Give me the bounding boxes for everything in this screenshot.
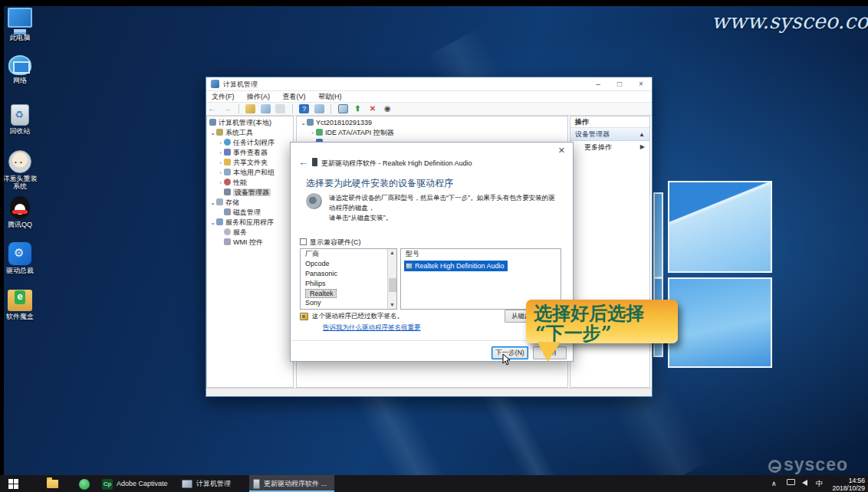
desktop-icon-software-magic-box[interactable]: 软件魔盒 [0, 290, 40, 320]
maximize-button[interactable]: □ [609, 77, 630, 91]
shared-folders-icon [224, 159, 231, 166]
chevron-down-icon[interactable] [209, 128, 216, 138]
update-driver-task-icon [253, 479, 260, 489]
window-title: 计算机管理 [223, 80, 258, 90]
scroll-down-icon[interactable]: ▼ [388, 301, 396, 309]
tree-item-services-applications[interactable]: 服务和应用程序 [207, 218, 293, 228]
menu-view[interactable]: 查看(V) [278, 91, 311, 103]
chevron-right-icon[interactable] [217, 168, 224, 178]
tree-item-shared-folders[interactable]: 共享文件夹 [207, 158, 293, 168]
chevron-right-icon[interactable] [217, 138, 224, 148]
scan-hardware-changes-icon[interactable]: ◉ [383, 104, 393, 113]
model-item-selected[interactable]: Realtek High Definition Audio [404, 261, 561, 271]
desktop-icon-label: 腾讯QQ [0, 221, 40, 228]
vendor-item-selected[interactable]: Realtek [305, 289, 337, 298]
tree-item-local-users-groups[interactable]: 本地用户和组 [207, 168, 293, 178]
show-compatible-checkbox[interactable]: 显示兼容硬件(C) [300, 238, 361, 248]
window-list-icon[interactable] [314, 104, 324, 113]
taskbar-browser[interactable] [75, 475, 94, 492]
chevron-down-icon[interactable] [209, 218, 216, 228]
actions-more-actions[interactable]: 更多操作▶ [570, 141, 649, 153]
onion-reinstall-icon [8, 150, 31, 173]
console-window-icon[interactable] [261, 104, 271, 113]
desktop-icon-network[interactable]: 网络 [0, 55, 40, 84]
taskbar-computer-management[interactable]: 计算机管理 [178, 475, 231, 492]
desktop-icon-this-pc[interactable]: 此电脑 [0, 8, 40, 41]
vendor-item[interactable]: Sony [301, 298, 396, 308]
tree-item-event-viewer[interactable]: 事件查看器 [207, 148, 293, 158]
desktop-icon-recycle-bin[interactable]: 回收站 [0, 104, 40, 135]
title-bar[interactable]: 计算机管理 – □ × [206, 77, 652, 91]
ide-controller-icon [316, 129, 323, 136]
chevron-right-icon[interactable] [309, 128, 316, 138]
chevron-down-icon[interactable] [300, 118, 307, 128]
task-scheduler-icon [224, 139, 231, 146]
taskbar-file-explorer[interactable] [43, 475, 62, 492]
tree-item-wmi-control[interactable]: WMI 控件 [207, 238, 293, 248]
left-edge [0, 6, 4, 475]
chevron-right-icon[interactable] [217, 148, 224, 158]
tray-network[interactable] [787, 475, 795, 492]
tray-volume[interactable] [802, 475, 807, 492]
tree-item-disk-management[interactable]: 磁盘管理 [207, 208, 293, 218]
scroll-up-icon[interactable]: ▲ [388, 249, 396, 257]
tray-clock[interactable]: 14:56 2018/10/29 星期一 [828, 475, 865, 492]
tree-item-storage[interactable]: 存储 [207, 198, 293, 208]
checkbox-icon[interactable] [300, 238, 307, 245]
tree-item-system-tools[interactable]: 系统工具 [207, 128, 293, 138]
menu-help[interactable]: 帮助(H) [313, 91, 347, 103]
sysceo-logo-watermark: sysceo [768, 454, 848, 474]
device-category-row[interactable]: IDE ATA/ATAPI 控制器 [297, 128, 567, 138]
tray-chevron[interactable]: ∧ [771, 475, 777, 492]
uninstall-device-icon[interactable]: ✕ [367, 104, 377, 113]
desktop-icon-label: 网络 [0, 77, 40, 84]
close-button[interactable]: × [630, 77, 652, 91]
vendor-item[interactable]: Philips [301, 279, 396, 289]
dialog-close-icon[interactable]: ✕ [558, 146, 565, 156]
tree-item-task-scheduler[interactable]: 任务计划程序 [207, 138, 293, 148]
chevron-right-icon[interactable] [217, 158, 224, 168]
collapse-icon[interactable]: ▲ [639, 128, 645, 141]
signed-note: 这个驱动程序已经过数字签名。 [312, 312, 403, 321]
taskbar-update-driver-active[interactable]: 更新驱动程序软件 ... [249, 475, 334, 492]
tree-item-services[interactable]: 服务 [207, 228, 293, 238]
next-button[interactable]: 下一步(N) [492, 346, 528, 359]
actions-group-device-manager[interactable]: 设备管理器▲ [570, 128, 649, 141]
desktop-icon-tencent-qq[interactable]: 腾讯QQ [0, 196, 40, 228]
tray-ime[interactable]: 中 [816, 475, 823, 492]
tutorial-callout: 选择好后选择 “下一步” [526, 300, 678, 343]
menu-action[interactable]: 操作(A) [242, 91, 275, 103]
screen: www.sysceo.com 此电脑 网络 回收站 洋葱头重装系统 腾讯QQ 驱… [0, 0, 868, 492]
update-driver-icon[interactable]: ⬆ [353, 104, 363, 113]
windows-logo-pane [653, 192, 663, 278]
show-hide-console-tree-icon[interactable] [245, 104, 255, 113]
dialog-back-icon[interactable]: ← [298, 156, 308, 168]
chevron-right-icon[interactable] [217, 178, 224, 188]
toolbar-separator [238, 104, 239, 113]
desktop-icon-onion-reinstall[interactable]: 洋葱头重装系统 [0, 150, 40, 190]
forward-icon[interactable]: → [222, 104, 232, 113]
scrollbar-thumb[interactable] [389, 278, 396, 292]
desktop-icon-driver-president[interactable]: 驱动总裁 [0, 242, 40, 274]
vendor-item[interactable]: Opcode [301, 259, 396, 269]
taskbar-adobe-captivate[interactable]: CpAdobe Captivate [98, 475, 168, 492]
window-icon [211, 80, 219, 88]
vendor-scrollbar[interactable]: ▲ ▼ [387, 249, 396, 309]
properties-icon[interactable] [275, 104, 285, 113]
minimize-button[interactable]: – [587, 77, 609, 91]
device-root-row[interactable]: Yct201810291339 [297, 118, 567, 128]
computer-icon[interactable] [338, 104, 348, 113]
tree-item-device-manager[interactable]: 设备管理器 [207, 188, 293, 198]
vendor-item[interactable]: Panasonic [301, 269, 396, 279]
tree-item-computer-management-local[interactable]: 计算机管理(本地) [207, 118, 293, 128]
help-icon[interactable]: ? [299, 104, 309, 113]
digital-signature-icon [300, 313, 308, 320]
driver-signing-link[interactable]: 告诉我为什么驱动程序签名很重要 [323, 323, 421, 333]
start-button[interactable] [5, 475, 22, 492]
back-icon[interactable]: ← [207, 104, 217, 113]
tree-item-performance[interactable]: 性能 [207, 178, 293, 188]
vendor-listbox[interactable]: 厂商 Opcode Panasonic Philips Realtek Sony… [300, 248, 397, 310]
menu-file[interactable]: 文件(F) [206, 91, 240, 103]
recycle-bin-icon [11, 104, 29, 126]
chevron-down-icon[interactable] [209, 198, 216, 208]
